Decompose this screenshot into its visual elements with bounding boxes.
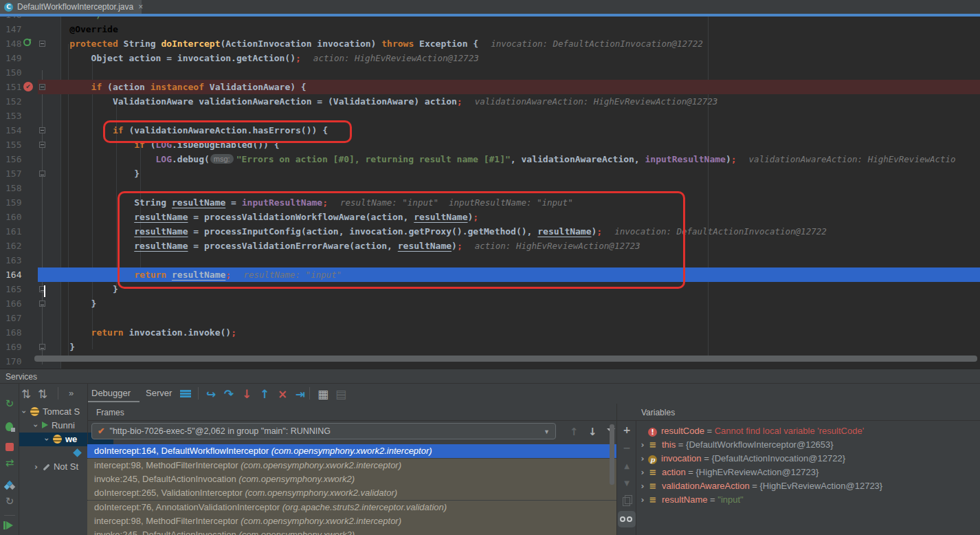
deployment-diamonds-icon[interactable]	[5, 481, 14, 491]
run-icon	[42, 422, 48, 428]
variable-row-resultName[interactable]: ›≡resultName = "input"	[637, 493, 980, 507]
services-tree-item-runni[interactable]: ›Runni	[19, 419, 102, 433]
resume-icon[interactable]	[6, 521, 13, 529]
code-editor[interactable]: 146 */147 @Override148↑ protected String…	[0, 17, 980, 369]
variable-row-resultCode[interactable]: !resultCode = Cannot find local variable…	[637, 424, 980, 438]
step-over-icon[interactable]: ↷	[222, 387, 236, 401]
toolbar-separator	[198, 387, 199, 400]
remove-watch-button[interactable]: −	[619, 442, 635, 453]
toolbar-separator	[309, 387, 310, 400]
frame-package: (org.apache.struts2.interceptor.validati…	[282, 502, 447, 512]
show-watches-toggle-icon[interactable]	[618, 511, 636, 527]
tree-item-label: we	[65, 434, 77, 444]
expand-chevron-icon[interactable]: ›	[637, 481, 648, 491]
frame-up-icon[interactable]: ↑	[570, 426, 579, 438]
code-line-157[interactable]: 157 }	[0, 166, 980, 181]
stack-frame-row[interactable]: invoke:245, DefaultActionInvocation (com…	[87, 528, 616, 535]
stack-frame-row[interactable]: doIntercept:76, AnnotationValidationInte…	[87, 501, 616, 514]
code-line-168[interactable]: 168 return invocation.invoke();	[0, 325, 980, 340]
variable-icon: ≡	[648, 439, 658, 450]
show-execution-point-icon[interactable]: ↪	[204, 387, 218, 401]
overriding-method-marker-icon[interactable]: ↑	[23, 39, 31, 46]
tomcat-icon	[30, 407, 39, 416]
breakpoint-icon[interactable]: ✔	[23, 82, 33, 91]
thread-running-check-icon: ✔	[98, 426, 104, 436]
fold-marker[interactable]	[39, 84, 45, 90]
stack-frame-row[interactable]: invoke:245, DefaultActionInvocation (com…	[87, 472, 616, 486]
overflow-actions-chevrons[interactable]: »	[69, 388, 74, 398]
code-line-150[interactable]: 150	[0, 65, 980, 80]
file-tab[interactable]: C DefaultWorkflowInterceptor.java ×	[0, 0, 142, 14]
code-line-167[interactable]: 167	[0, 311, 980, 325]
run-to-cursor-icon[interactable]: ⇥	[293, 387, 307, 401]
evaluate-expression-icon[interactable]: ▦	[316, 387, 330, 401]
fold-marker[interactable]	[39, 344, 45, 350]
code-line-147[interactable]: 147 @Override	[0, 22, 980, 36]
add-watch-button[interactable]: +	[619, 424, 635, 435]
variable-icon: ≡	[648, 494, 658, 505]
line-number: 149	[5, 53, 26, 63]
line-number: 156	[5, 154, 26, 164]
horizontal-scrollbar[interactable]	[34, 356, 977, 362]
code-line-149[interactable]: 149 Object action = invocation.getAction…	[0, 51, 980, 65]
frame-package: (com.opensymphony.xwork2.validator)	[245, 488, 397, 498]
expand-all-icon[interactable]: ⇅	[19, 387, 33, 401]
collapse-all-icon[interactable]: ⇅	[36, 387, 49, 401]
fold-marker[interactable]	[39, 142, 45, 148]
threads-view-icon[interactable]	[180, 390, 191, 397]
stop-icon[interactable]	[5, 443, 14, 451]
rerun-debug-bug-icon[interactable]	[5, 422, 13, 431]
variable-row-action[interactable]: ›≡action = {HighEvReviewAction@12723}	[637, 466, 980, 479]
annotation-box-resultname-block	[118, 191, 685, 289]
thread-selector-combo[interactable]: ✔"http-bio-7026-exec-5"@2,062 in group "…	[91, 423, 556, 439]
variable-row-validationAwareAction[interactable]: ›≡validationAwareAction = {HighEvReviewA…	[637, 479, 980, 493]
code-line-169[interactable]: 169 }	[0, 340, 980, 354]
redeploy-icon[interactable]: ⇄	[0, 457, 19, 469]
variable-row-this[interactable]: ›≡this = {DefaultWorkflowInterceptor@126…	[637, 438, 980, 452]
chevron-down-icon[interactable]: ›	[19, 411, 29, 414]
fold-marker[interactable]	[39, 41, 45, 47]
layout-settings-icon[interactable]: ▤	[334, 387, 348, 401]
move-down-button[interactable]: ▼	[619, 479, 635, 487]
duplicate-watch-icon[interactable]	[623, 497, 630, 506]
frame-package: (com.opensymphony.xwork2.interceptor)	[271, 446, 432, 456]
expand-chevron-icon[interactable]: ›	[637, 495, 648, 505]
step-into-icon[interactable]: ↓	[240, 387, 254, 401]
expand-chevron-icon[interactable]: ›	[637, 440, 648, 450]
stack-frame-row[interactable]: intercept:98, MethodFilterInterceptor (c…	[87, 459, 616, 472]
variable-value: {DefaultWorkflowInterceptor@12653}	[686, 439, 834, 450]
expand-chevron-icon[interactable]: ›	[637, 454, 648, 463]
tab-server[interactable]: Server	[146, 388, 172, 398]
code-line-151[interactable]: 151✔ if (action instanceof ValidationAwa…	[0, 80, 980, 94]
frame-down-icon[interactable]: ↓	[588, 426, 597, 438]
drop-frame-icon[interactable]: ×	[276, 387, 289, 401]
fold-marker[interactable]	[39, 127, 45, 133]
stack-frame-row[interactable]: intercept:98, MethodFilterInterceptor (c…	[87, 514, 616, 528]
code-line-156[interactable]: 156 LOG.debug(msg:"Errors on action [#0]…	[0, 152, 980, 166]
refresh-icon[interactable]: ↻	[0, 495, 19, 507]
equals-sign: =	[750, 481, 760, 491]
tab-debugger[interactable]: Debugger	[91, 388, 131, 398]
code-line-166[interactable]: 166 }	[0, 296, 980, 311]
variable-row-invocation[interactable]: ›pinvocation = {DefaultActionInvocation@…	[637, 452, 980, 466]
chevron-down-icon[interactable]: ›	[42, 438, 52, 441]
fold-marker[interactable]	[39, 301, 45, 307]
chevron-right-icon[interactable]: ›	[34, 462, 38, 472]
services-panel-title: Services	[5, 372, 37, 382]
chevron-down-icon[interactable]: ›	[31, 424, 41, 428]
stack-frame-row[interactable]: doIntercept:265, ValidationInterceptor (…	[87, 486, 616, 500]
variable-value: Cannot find local variable 'resultCode'	[715, 426, 864, 436]
expand-chevron-icon[interactable]: ›	[637, 468, 648, 477]
rerun-icon[interactable]: ↻	[0, 397, 19, 410]
code-line-152[interactable]: 152 ValidationAware validationAwareActio…	[0, 94, 980, 109]
frames-scrollbar[interactable]	[610, 424, 614, 485]
inline-debugger-value-hint: action: HighEvReviewAction@12723	[313, 53, 479, 63]
code-line-148[interactable]: 148↑ protected String doIntercept(Action…	[0, 36, 980, 51]
stack-frame-row[interactable]: doIntercept:164, DefaultWorkflowIntercep…	[87, 444, 616, 458]
move-up-button[interactable]: ▲	[619, 462, 635, 470]
services-tree-item-tomcat-s[interactable]: ›Tomcat S	[19, 405, 91, 419]
fold-marker[interactable]	[39, 171, 45, 177]
close-tab-icon[interactable]: ×	[138, 2, 143, 12]
code-line-146[interactable]: 146 */	[0, 17, 980, 22]
step-out-icon[interactable]: ↑	[258, 387, 271, 401]
